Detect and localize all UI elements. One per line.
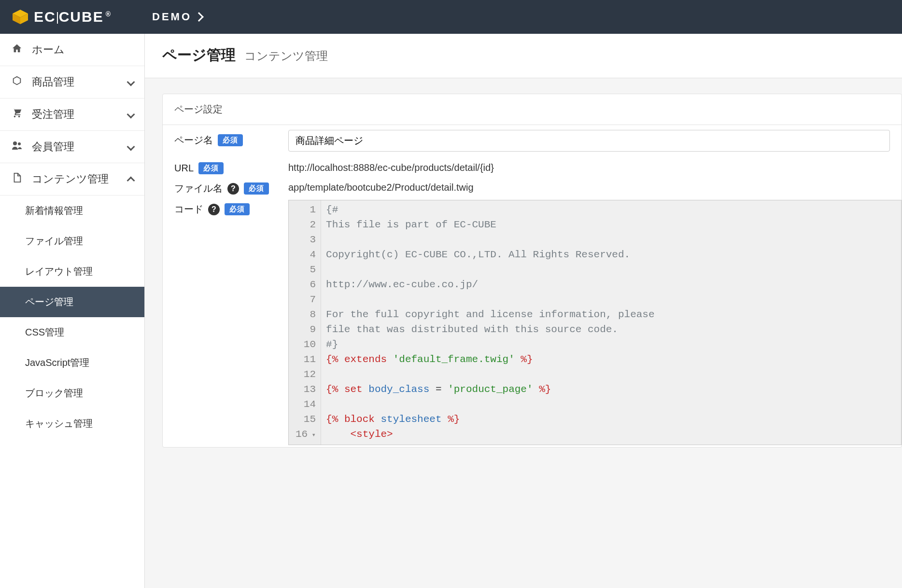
- card-title: ページ設定: [163, 94, 902, 125]
- sidebar-sub-news[interactable]: 新着情報管理: [0, 196, 144, 226]
- row-code: コード ? 必須 12345678910111213141516 {#This …: [163, 197, 902, 447]
- row-url: URL 必須 http://localhost:8888/ec-cube/pro…: [163, 154, 902, 176]
- code-gutter: 12345678910111213141516: [289, 200, 321, 445]
- sidebar-item-label: ホーム: [32, 42, 65, 57]
- sidebar-item-label: 受注管理: [32, 107, 74, 122]
- sidebar-sub-css[interactable]: CSS管理: [0, 317, 144, 348]
- sidebar-item-content[interactable]: コンテンツ管理: [0, 163, 144, 196]
- demo-label: DEMO: [152, 11, 192, 23]
- help-icon[interactable]: ?: [227, 183, 239, 195]
- chevron-down-icon: [127, 111, 135, 119]
- page-subtitle: コンテンツ管理: [244, 48, 328, 64]
- sidebar-item-orders[interactable]: 受注管理: [0, 98, 144, 131]
- label-code: コード: [174, 203, 203, 216]
- page-header: ページ管理 コンテンツ管理: [145, 34, 902, 78]
- logo[interactable]: ECCUBE®: [12, 9, 112, 25]
- svg-point-4: [18, 142, 21, 145]
- sidebar-sub-file[interactable]: ファイル管理: [0, 226, 144, 256]
- sidebar-sub-cache[interactable]: キャッシュ管理: [0, 408, 144, 439]
- sidebar-sub-layout[interactable]: レイアウト管理: [0, 256, 144, 287]
- users-icon: [11, 140, 23, 154]
- page-settings-card: ページ設定 ページ名 必須 URL 必須: [162, 94, 902, 448]
- topbar: ECCUBE® DEMO: [0, 0, 902, 34]
- sidebar-sub-block[interactable]: ブロック管理: [0, 378, 144, 408]
- row-page-name: ページ名 必須: [163, 125, 902, 154]
- svg-point-3: [13, 141, 17, 145]
- sidebar-sub-js[interactable]: JavaScript管理: [0, 348, 144, 378]
- sidebar-item-products[interactable]: 商品管理: [0, 66, 144, 98]
- chevron-up-icon: [127, 177, 135, 185]
- demo-button[interactable]: DEMO: [152, 11, 202, 23]
- chevron-down-icon: [127, 78, 135, 86]
- code-lines[interactable]: {#This file is part of EC-CUBECopyright(…: [321, 200, 901, 445]
- row-file-name: ファイル名 ? 必須 app/template/bootcube2/Produc…: [163, 176, 902, 197]
- sidebar: ホーム 商品管理 受注管理 会員管理: [0, 34, 145, 588]
- logo-text: ECCUBE®: [34, 9, 112, 25]
- cube-icon: [11, 75, 23, 89]
- page-title: ページ管理: [162, 45, 236, 65]
- logo-cube-icon: [12, 10, 29, 24]
- file-name-value: app/template/bootcube2/Product/detail.tw…: [288, 178, 890, 193]
- page-name-input[interactable]: [288, 130, 890, 152]
- file-icon: [11, 172, 23, 186]
- sidebar-sub-page[interactable]: ページ管理: [0, 287, 144, 317]
- label-url: URL: [174, 163, 194, 174]
- required-badge: 必須: [244, 182, 269, 195]
- sidebar-item-members[interactable]: 会員管理: [0, 131, 144, 163]
- chevron-down-icon: [127, 143, 135, 151]
- sidebar-item-home[interactable]: ホーム: [0, 34, 144, 66]
- sidebar-item-label: 会員管理: [32, 140, 74, 154]
- label-page-name: ページ名: [174, 134, 213, 147]
- cart-icon: [11, 108, 23, 121]
- code-editor[interactable]: 12345678910111213141516 {#This file is p…: [288, 200, 902, 445]
- required-badge: 必須: [198, 162, 224, 174]
- url-value: http://localhost:8888/ec-cube/products/d…: [288, 158, 890, 173]
- label-file-name: ファイル名: [174, 182, 223, 195]
- help-icon[interactable]: ?: [208, 204, 220, 215]
- sidebar-item-label: コンテンツ管理: [32, 172, 109, 186]
- home-icon: [11, 43, 23, 56]
- chevron-right-icon: [194, 12, 204, 22]
- sidebar-item-label: 商品管理: [32, 75, 74, 89]
- required-badge: 必須: [218, 134, 243, 146]
- main: ページ管理 コンテンツ管理 ページ設定 ページ名 必須 URL: [145, 34, 902, 588]
- required-badge: 必須: [225, 203, 250, 215]
